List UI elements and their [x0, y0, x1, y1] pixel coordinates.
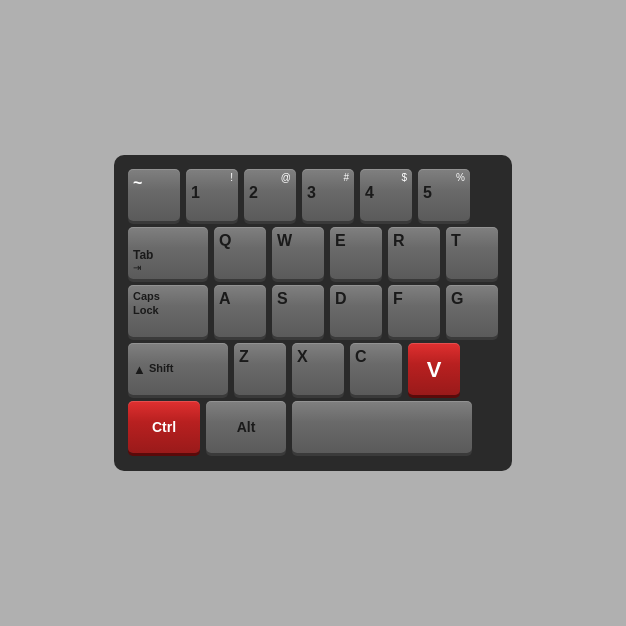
key-f[interactable]: F [388, 285, 440, 337]
key-1-main: 1 [191, 185, 233, 201]
key-4[interactable]: $ 4 [360, 169, 412, 221]
key-r[interactable]: R [388, 227, 440, 279]
key-ctrl-label: Ctrl [152, 419, 176, 436]
keyboard-row-2: Tab ⇥ Q W E R T [128, 227, 498, 279]
key-caps-lock[interactable]: CapsLock [128, 285, 208, 337]
key-2[interactable]: @ 2 [244, 169, 296, 221]
key-x[interactable]: X [292, 343, 344, 395]
keyboard-row-1: ~ ! 1 @ 2 # 3 $ 4 [128, 169, 498, 221]
keyboard-row-5: Ctrl Alt [128, 401, 498, 453]
keyboard-row-3: CapsLock A S D F G [128, 285, 498, 337]
key-z[interactable]: Z [234, 343, 286, 395]
key-x-label: X [297, 349, 308, 365]
key-1[interactable]: ! 1 [186, 169, 238, 221]
key-c[interactable]: C [350, 343, 402, 395]
keyboard: ~ ! 1 @ 2 # 3 $ 4 [114, 155, 512, 471]
key-z-label: Z [239, 349, 249, 365]
key-t[interactable]: T [446, 227, 498, 279]
key-d[interactable]: D [330, 285, 382, 337]
key-e[interactable]: E [330, 227, 382, 279]
key-s-label: S [277, 291, 288, 307]
key-1-top: ! [230, 173, 233, 183]
key-s[interactable]: S [272, 285, 324, 337]
key-v[interactable]: V [408, 343, 460, 395]
key-tilde[interactable]: ~ [128, 169, 180, 221]
key-5-top: % [456, 173, 465, 183]
key-space[interactable] [292, 401, 472, 453]
key-w-label: W [277, 233, 292, 249]
key-tab-label: Tab [133, 248, 153, 262]
key-tab-arrows: ⇥ [133, 262, 141, 273]
key-r-label: R [393, 233, 405, 249]
key-a-label: A [219, 291, 231, 307]
key-2-top: @ [281, 173, 291, 183]
key-alt[interactable]: Alt [206, 401, 286, 453]
key-a[interactable]: A [214, 285, 266, 337]
key-d-label: D [335, 291, 347, 307]
key-shift-inner: ▲ Shift [133, 362, 173, 377]
key-4-main: 4 [365, 185, 407, 201]
key-shift[interactable]: ▲ Shift [128, 343, 228, 395]
key-3-main: 3 [307, 185, 349, 201]
keyboard-row-4: ▲ Shift Z X C V [128, 343, 498, 395]
key-3[interactable]: # 3 [302, 169, 354, 221]
key-shift-label: Shift [149, 362, 173, 375]
shift-arrow-icon: ▲ [133, 362, 146, 377]
key-t-label: T [451, 233, 461, 249]
key-q[interactable]: Q [214, 227, 266, 279]
key-w[interactable]: W [272, 227, 324, 279]
key-2-main: 2 [249, 185, 291, 201]
key-g[interactable]: G [446, 285, 498, 337]
key-alt-label: Alt [237, 419, 256, 436]
key-e-label: E [335, 233, 346, 249]
key-g-label: G [451, 291, 463, 307]
key-c-label: C [355, 349, 367, 365]
key-tab[interactable]: Tab ⇥ [128, 227, 208, 279]
key-ctrl[interactable]: Ctrl [128, 401, 200, 453]
key-tilde-label: ~ [133, 175, 142, 191]
key-v-label: V [427, 359, 442, 381]
key-5-main: 5 [423, 185, 465, 201]
key-q-label: Q [219, 233, 231, 249]
key-5[interactable]: % 5 [418, 169, 470, 221]
key-3-top: # [343, 173, 349, 183]
key-4-top: $ [401, 173, 407, 183]
key-caps-lock-label: CapsLock [133, 289, 160, 318]
key-f-label: F [393, 291, 403, 307]
